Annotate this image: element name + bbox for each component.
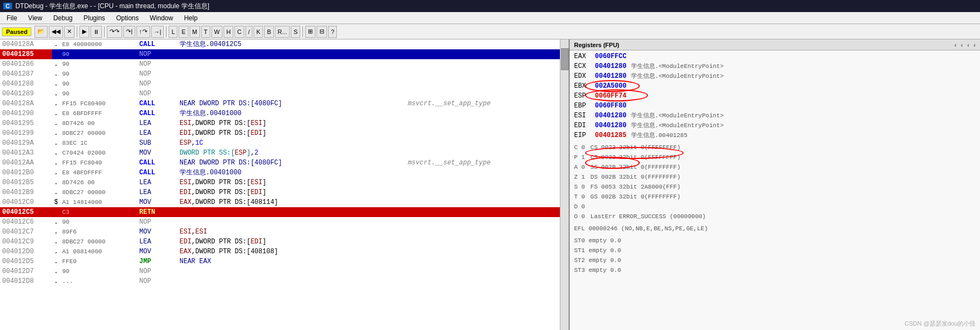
- reg-edx-val[interactable]: 00401280: [595, 71, 627, 81]
- table-row-retn[interactable]: 004012C5 C3 RETN: [0, 207, 569, 217]
- table-row[interactable]: 004012B0 . E8 4BFDFFFF CALL 学生信息.0040100…: [0, 168, 569, 178]
- pause-button[interactable]: ⏸: [90, 26, 102, 38]
- btn-k[interactable]: K: [254, 26, 263, 38]
- table-row[interactable]: 004012C9 . 8DBC27 00000 LEA EDI,DWORD PT…: [0, 237, 569, 247]
- st2-val: ST2 empty 0.0: [574, 255, 621, 265]
- step-into[interactable]: ↷↷: [107, 26, 122, 38]
- reg-ecx-val[interactable]: 00401280: [595, 61, 627, 71]
- reg-ebp-name: EBP: [574, 101, 591, 111]
- btn-e[interactable]: E: [179, 26, 188, 38]
- efl-line: EFL 00000246 (NO,NB,E,BE,NS,PE,GE,LE): [574, 224, 976, 234]
- btn-b[interactable]: B: [264, 26, 273, 38]
- btn-grid2[interactable]: ⊟: [317, 26, 327, 38]
- menu-window[interactable]: Window: [147, 13, 175, 23]
- reg-ecx-name: ECX: [574, 61, 591, 71]
- step-over[interactable]: ↷|: [123, 26, 135, 38]
- reg-esi-line: ESI 00401280 学生信息.<ModuleEntryPoint>: [574, 111, 976, 121]
- title-text: DTDebug - 学生信息.exe - - [CPU - main threa…: [15, 2, 209, 11]
- arrow3[interactable]: ‹: [967, 42, 970, 48]
- arrow2[interactable]: ‹: [961, 42, 963, 48]
- arrow4[interactable]: ‹: [973, 42, 976, 48]
- table-row-current[interactable]: 00401285 90 NOP: [0, 49, 569, 59]
- table-row[interactable]: 00401286 . 90 NOP: [0, 59, 569, 69]
- btn-h[interactable]: H: [223, 26, 233, 38]
- table-row[interactable]: 00401295 . 8D7426 00 LEA ESI,DWORD PTR D…: [0, 118, 569, 128]
- btn-slash[interactable]: /: [245, 26, 253, 38]
- flag-o-label: O 0: [574, 212, 585, 221]
- table-row[interactable]: 00401287 . 90 NOP: [0, 69, 569, 79]
- table-row[interactable]: 004012C6 . 90 NOP: [0, 217, 569, 227]
- table-row[interactable]: 004012D5 . FFE0 JMP NEAR EAX: [0, 257, 569, 266]
- table-row[interactable]: 0040128A . E8 40000000 CALL 学生信息.004012C…: [0, 39, 569, 49]
- menu-view[interactable]: View: [26, 13, 44, 23]
- reg-esp-line: ESP 0060FF74: [574, 91, 976, 101]
- reg-esi-desc: 学生信息.<ModuleEntryPoint>: [631, 111, 724, 121]
- table-row[interactable]: 004012C7 . 89F6 MOV ESI,ESI: [0, 227, 569, 237]
- table-row[interactable]: 004012A3 . C70424 02000 MOV DWORD PTR SS…: [0, 148, 569, 158]
- flag-d-label: D 0: [574, 202, 585, 212]
- seg-ss-desc: 32bit 0(FFFFFFFF): [619, 162, 680, 172]
- reg-esp-val[interactable]: 0060FF74: [595, 91, 627, 101]
- menu-debug[interactable]: Debug: [51, 13, 74, 23]
- reg-ecx-desc: 学生信息.<ModuleEntryPoint>: [631, 61, 724, 71]
- seg-cs2-label: CS 0023: [591, 152, 616, 162]
- btn-s[interactable]: S: [291, 26, 300, 38]
- efl-val: EFL 00000246 (NO,NB,E,BE,NS,PE,GE,LE): [574, 224, 708, 234]
- table-row[interactable]: 0040129A . 83EC 1C SUB ESP,1C: [0, 138, 569, 148]
- btn-t[interactable]: T: [201, 26, 210, 38]
- menu-file[interactable]: File: [4, 13, 19, 23]
- run-button[interactable]: ▶: [79, 26, 89, 38]
- flag-s: S 0 FS 0053 32bit 2A8000(FFF): [574, 182, 976, 192]
- table-row[interactable]: 004012D7 . 90 NOP: [0, 266, 569, 276]
- seg-fs-desc: 32bit 2A8000(FFF): [619, 182, 680, 192]
- reg-eip-name: EIP: [574, 130, 591, 140]
- open-button[interactable]: 📂: [35, 26, 48, 38]
- table-row[interactable]: 00401289 . 90 NOP: [0, 89, 569, 99]
- menu-help[interactable]: Help: [182, 13, 200, 23]
- close-button[interactable]: ✕: [64, 26, 74, 38]
- table-row[interactable]: 004012B9 . 8DBC27 00000 LEA EDI,DWORD PT…: [0, 187, 569, 197]
- table-row[interactable]: 00401299 . 8DBC27 00000 LEA EDI,DWORD PT…: [0, 128, 569, 138]
- table-row[interactable]: 004012D0 . A1 08814000 MOV EAX,DWORD PTR…: [0, 247, 569, 257]
- table-row[interactable]: 004012AA . FF15 FC8040 CALL NEAR DWORD P…: [0, 158, 569, 168]
- seg-cs2-desc: 32bit 0(FFFFFFFF): [619, 152, 680, 162]
- btn-help[interactable]: ?: [328, 26, 337, 38]
- menu-options[interactable]: Options: [114, 13, 141, 23]
- run-to-sel[interactable]: →|: [151, 26, 164, 38]
- btn-w[interactable]: W: [211, 26, 222, 38]
- table-row[interactable]: 00401290 . E8 6BFDFFFF CALL 学生信息.0040100…: [0, 109, 569, 118]
- btn-l[interactable]: L: [169, 26, 177, 38]
- btn-m[interactable]: M: [190, 26, 200, 38]
- disasm-panel[interactable]: 0040128A . E8 40000000 CALL 学生信息.004012C…: [0, 39, 570, 330]
- step-out[interactable]: ↑↷: [136, 26, 150, 38]
- scrollbar[interactable]: [560, 39, 569, 330]
- reg-esp-name: ESP: [574, 91, 591, 101]
- table-row[interactable]: 0040128A . FF15 FC80400 CALL NEAR DWORD …: [0, 99, 569, 109]
- btn-c[interactable]: C: [234, 26, 244, 38]
- table-row[interactable]: 004012B5 . 8D7426 00 LEA ESI,DWORD PTR D…: [0, 178, 569, 187]
- registers-panel: Registers (FPU) ‹ ‹ ‹ ‹ EAX 0060FFCC ECX…: [570, 39, 980, 330]
- flag-a-label: A 0: [574, 162, 585, 172]
- table-row[interactable]: 004012C0 $ A1 14814000 MOV EAX,DWORD PTR…: [0, 197, 569, 207]
- lasterr-val: ERROR_SUCCESS (00000000): [619, 212, 706, 221]
- flag-d: D 0: [574, 202, 976, 212]
- reg-ebx-val[interactable]: 002A5000: [595, 81, 627, 91]
- table-row[interactable]: 00401288 . 90 NOP: [0, 79, 569, 89]
- reg-eip-val[interactable]: 00401285: [595, 130, 627, 140]
- scrollbar-thumb[interactable]: [561, 48, 569, 70]
- reg-eax-val[interactable]: 0060FFCC: [595, 52, 627, 61]
- table-row[interactable]: 004012D8 . ... NOP: [0, 276, 569, 286]
- reg-edi-val[interactable]: 00401280: [595, 121, 627, 130]
- arrow1[interactable]: ‹: [954, 42, 956, 48]
- btn-grid1[interactable]: ⊞: [305, 26, 316, 38]
- btn-r[interactable]: R...: [275, 26, 290, 38]
- menu-plugins[interactable]: Plugins: [82, 13, 107, 23]
- back-button[interactable]: ◀◀: [49, 26, 63, 38]
- reg-eax-name: EAX: [574, 52, 591, 61]
- st3-line: ST3 empty 0.0: [574, 265, 976, 275]
- reg-esi-name: ESI: [574, 111, 591, 121]
- reg-edi-name: EDI: [574, 121, 591, 130]
- menu-bar: File View Debug Plugins Options Window H…: [0, 12, 980, 24]
- reg-esi-val[interactable]: 00401280: [595, 111, 627, 121]
- reg-ebp-val[interactable]: 0060FF80: [595, 101, 627, 111]
